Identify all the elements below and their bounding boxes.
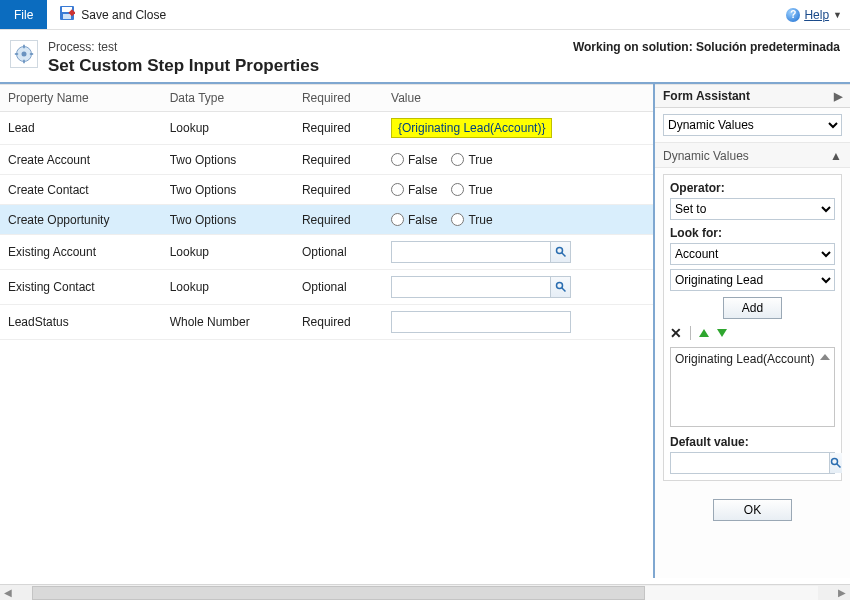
- cell-required: Required: [294, 175, 383, 205]
- search-icon: [555, 246, 567, 258]
- radio-label: False: [408, 183, 437, 197]
- form-assistant-title: Form Assistant: [663, 89, 750, 103]
- file-tab-label: File: [14, 8, 33, 22]
- default-value-input[interactable]: [671, 453, 829, 473]
- lookup-button[interactable]: [550, 277, 570, 297]
- process-breadcrumb: Process: test: [48, 40, 319, 54]
- search-icon: [830, 457, 842, 469]
- separator: [690, 326, 691, 340]
- chevron-up-icon: ▲: [830, 149, 842, 163]
- token-actions: ✕: [670, 325, 835, 341]
- table-row[interactable]: Create OpportunityTwo OptionsRequiredFal…: [0, 205, 653, 235]
- default-value-field[interactable]: [670, 452, 835, 474]
- ok-button[interactable]: OK: [713, 499, 792, 521]
- scroll-track[interactable]: [32, 586, 818, 600]
- scroll-left-button[interactable]: ◀: [0, 587, 16, 598]
- two-options-group: FalseTrue: [391, 183, 645, 197]
- default-value-lookup-button[interactable]: [829, 453, 842, 473]
- lookup-field[interactable]: [391, 241, 571, 263]
- process-icon: [10, 40, 38, 68]
- table-row[interactable]: LeadLookupRequired{Originating Lead(Acco…: [0, 112, 653, 145]
- radio-input[interactable]: [391, 213, 404, 226]
- token-list[interactable]: Originating Lead(Account): [670, 347, 835, 427]
- cell-value: [383, 235, 653, 270]
- radio-option-true[interactable]: True: [451, 183, 492, 197]
- cell-value: [383, 305, 653, 340]
- table-row[interactable]: Existing ContactLookupOptional: [0, 270, 653, 305]
- col-data-type[interactable]: Data Type: [162, 85, 294, 112]
- cell-required: Optional: [294, 235, 383, 270]
- radio-input[interactable]: [451, 153, 464, 166]
- lookfor-entity-select[interactable]: Account: [670, 243, 835, 265]
- cell-required: Required: [294, 205, 383, 235]
- dynamic-value-chip[interactable]: {Originating Lead(Account)}: [391, 118, 552, 138]
- radio-input[interactable]: [391, 183, 404, 196]
- text-input[interactable]: [391, 311, 571, 333]
- assistant-mode-select[interactable]: Dynamic Values: [663, 114, 842, 136]
- cell-property-name: Create Account: [0, 145, 162, 175]
- lookfor-attribute-select[interactable]: Originating Lead: [670, 269, 835, 291]
- dynamic-values-section-header[interactable]: Dynamic Values ▲: [655, 142, 850, 168]
- col-required[interactable]: Required: [294, 85, 383, 112]
- save-and-close-button[interactable]: Save and Close: [59, 0, 166, 29]
- table-row[interactable]: Create ContactTwo OptionsRequiredFalseTr…: [0, 175, 653, 205]
- cell-property-name: Create Contact: [0, 175, 162, 205]
- radio-label: True: [468, 183, 492, 197]
- lookup-button[interactable]: [550, 242, 570, 262]
- cell-data-type: Lookup: [162, 270, 294, 305]
- radio-option-false[interactable]: False: [391, 153, 437, 167]
- cell-data-type: Lookup: [162, 112, 294, 145]
- cell-data-type: Two Options: [162, 205, 294, 235]
- page-header: Process: test Set Custom Step Input Prop…: [0, 30, 850, 84]
- move-up-button[interactable]: [699, 329, 709, 337]
- token-item[interactable]: Originating Lead(Account): [675, 352, 830, 366]
- save-and-close-label: Save and Close: [81, 8, 166, 22]
- move-down-button[interactable]: [717, 329, 727, 337]
- radio-label: False: [408, 153, 437, 167]
- two-options-group: FalseTrue: [391, 213, 645, 227]
- horizontal-scrollbar[interactable]: ◀ ▶: [0, 584, 850, 600]
- lookup-field[interactable]: [391, 276, 571, 298]
- cell-value: FalseTrue: [383, 175, 653, 205]
- radio-option-false[interactable]: False: [391, 183, 437, 197]
- properties-table: Property Name Data Type Required Value L…: [0, 84, 653, 340]
- radio-input[interactable]: [391, 153, 404, 166]
- lookup-input[interactable]: [392, 277, 550, 297]
- help-icon: ?: [786, 8, 800, 22]
- lookfor-label: Look for:: [670, 226, 835, 240]
- form-assistant-header[interactable]: Form Assistant ▶: [655, 84, 850, 108]
- svg-point-10: [556, 248, 562, 254]
- cell-data-type: Lookup: [162, 235, 294, 270]
- help-button[interactable]: ? Help ▼: [786, 8, 842, 22]
- cell-value: FalseTrue: [383, 145, 653, 175]
- two-options-group: FalseTrue: [391, 153, 645, 167]
- radio-label: True: [468, 213, 492, 227]
- scroll-thumb[interactable]: [32, 586, 645, 600]
- col-value[interactable]: Value: [383, 85, 653, 112]
- ribbon: File Save and Close ? Help ▼: [0, 0, 850, 30]
- file-tab[interactable]: File: [0, 0, 47, 29]
- dynamic-values-panel: Operator: Set to Look for: Account Origi…: [663, 174, 842, 481]
- cell-required: Required: [294, 305, 383, 340]
- radio-input[interactable]: [451, 183, 464, 196]
- scroll-right-button[interactable]: ▶: [834, 587, 850, 598]
- col-property-name[interactable]: Property Name: [0, 85, 162, 112]
- radio-option-false[interactable]: False: [391, 213, 437, 227]
- cell-data-type: Whole Number: [162, 305, 294, 340]
- remove-token-button[interactable]: ✕: [670, 325, 682, 341]
- cell-required: Required: [294, 112, 383, 145]
- radio-input[interactable]: [451, 213, 464, 226]
- table-row[interactable]: Create AccountTwo OptionsRequiredFalseTr…: [0, 145, 653, 175]
- properties-grid-pane: Property Name Data Type Required Value L…: [0, 84, 655, 578]
- operator-select[interactable]: Set to: [670, 198, 835, 220]
- add-button[interactable]: Add: [723, 297, 782, 319]
- table-row[interactable]: Existing AccountLookupOptional: [0, 235, 653, 270]
- svg-line-13: [561, 288, 565, 292]
- lookup-input[interactable]: [392, 242, 550, 262]
- radio-option-true[interactable]: True: [451, 213, 492, 227]
- radio-option-true[interactable]: True: [451, 153, 492, 167]
- table-row[interactable]: LeadStatusWhole NumberRequired: [0, 305, 653, 340]
- svg-point-14: [832, 459, 838, 465]
- search-icon: [555, 281, 567, 293]
- radio-label: False: [408, 213, 437, 227]
